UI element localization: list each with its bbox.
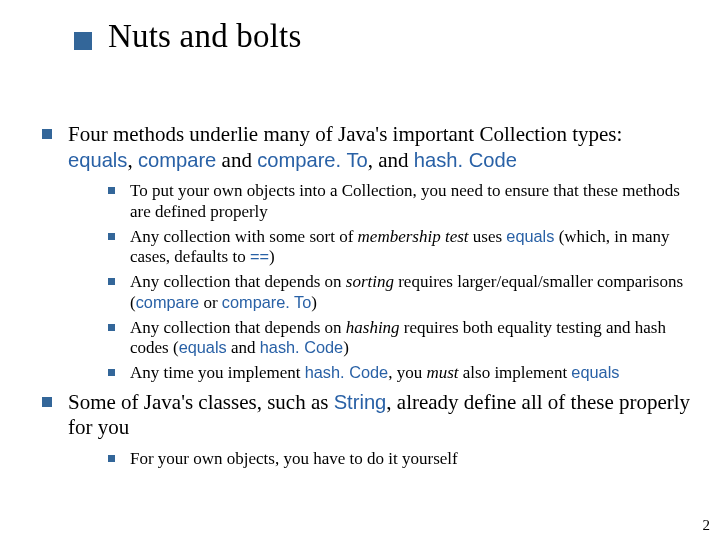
text: or	[199, 293, 222, 312]
text: and	[227, 338, 260, 357]
text: Any collection that depends on	[130, 318, 346, 337]
text: )	[311, 293, 317, 312]
text: ,	[127, 148, 138, 172]
text: Any collection that depends on	[130, 272, 346, 291]
code: equals	[179, 338, 227, 356]
slide-title: Nuts and bolts	[108, 18, 301, 55]
italic: hashing	[346, 318, 400, 337]
bullet-1-5: Any time you implement hash. Code, you m…	[68, 363, 692, 384]
code: compare	[136, 293, 199, 311]
slide: Nuts and bolts Four methods underlie man…	[0, 0, 720, 540]
text: , you	[388, 363, 426, 382]
code: compare. To	[257, 149, 368, 171]
italic: must	[426, 363, 458, 382]
text: also implement	[459, 363, 572, 382]
text: )	[269, 247, 275, 266]
bullet-1-2: Any collection with some sort of members…	[68, 227, 692, 268]
text: Any time you implement	[130, 363, 305, 382]
code: hash. Code	[305, 363, 388, 381]
italic: sorting	[346, 272, 394, 291]
slide-body: Four methods underlie many of Java's imp…	[38, 122, 692, 476]
text: Four methods underlie many of Java's imp…	[68, 122, 622, 146]
text: and	[216, 148, 257, 172]
title-wrap: Nuts and bolts	[108, 18, 301, 55]
text: )	[343, 338, 349, 357]
bullet-list-level2: For your own objects, you have to do it …	[68, 449, 692, 470]
code: compare. To	[222, 293, 311, 311]
code: hash. Code	[260, 338, 343, 356]
text: Some of Java's classes, such as	[68, 390, 334, 414]
bullet-1: Four methods underlie many of Java's imp…	[38, 122, 692, 384]
title-accent-square	[74, 32, 92, 50]
code: equals	[506, 227, 554, 245]
code: String	[334, 391, 387, 413]
code: compare	[138, 149, 216, 171]
bullet-2: Some of Java's classes, such as String, …	[38, 390, 692, 470]
code: equals	[571, 363, 619, 381]
code: ==	[250, 247, 269, 265]
text: uses	[469, 227, 507, 246]
code: equals	[68, 149, 127, 171]
text: , and	[368, 148, 414, 172]
bullet-1-4: Any collection that depends on hashing r…	[68, 318, 692, 359]
bullet-1-1: To put your own objects into a Collectio…	[68, 181, 692, 222]
bullet-list-level2: To put your own objects into a Collectio…	[68, 181, 692, 384]
italic: membership test	[358, 227, 469, 246]
bullet-2-1: For your own objects, you have to do it …	[68, 449, 692, 470]
bullet-1-3: Any collection that depends on sorting r…	[68, 272, 692, 313]
text: Any collection with some sort of	[130, 227, 358, 246]
code: hash. Code	[414, 149, 517, 171]
bullet-list-level1: Four methods underlie many of Java's imp…	[38, 122, 692, 470]
page-number: 2	[703, 517, 711, 534]
